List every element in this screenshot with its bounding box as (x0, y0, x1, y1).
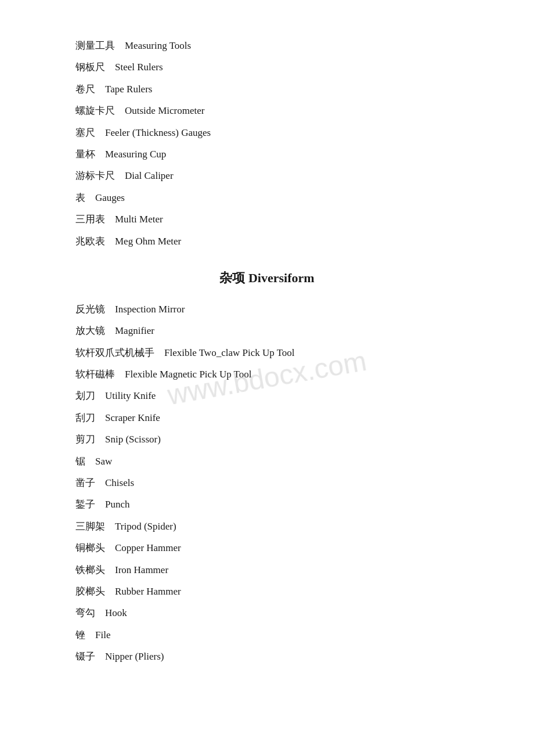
list-item: 量杯 Measuring Cup (75, 143, 459, 165)
measuring-tools-list: 测量工具 Measuring Tools钢板尺 Steel Rulers卷尺 T… (75, 35, 459, 252)
list-item: 测量工具 Measuring Tools (75, 35, 459, 56)
list-item: 塞尺 Feeler (Thickness) Gauges (75, 122, 459, 143)
list-item: 凿子 Chisels (75, 472, 459, 494)
list-item: 胶榔头 Rubber Hammer (75, 581, 459, 602)
list-item: 游标卡尺 Dial Caliper (75, 165, 459, 186)
list-item: 三用表 Multi Meter (75, 208, 459, 230)
list-item: 软杆双爪式机械手 Flexible Two_claw Pick Up Tool (75, 342, 459, 363)
list-item: 镊子 Nipper (Pliers) (75, 646, 459, 667)
list-item: 螺旋卡尺 Outside Micrometer (75, 100, 459, 121)
list-item: 卷尺 Tape Rulers (75, 78, 459, 100)
list-item: 铜榔头 Copper Hammer (75, 537, 459, 559)
list-item: 铁榔头 Iron Hammer (75, 559, 459, 581)
diversiform-heading: 杂项 Diversiform (75, 269, 459, 287)
list-item: 反光镜 Inspection Mirror (75, 298, 459, 320)
list-item: 弯勾 Hook (75, 602, 459, 624)
list-item: 锯 Saw (75, 451, 459, 472)
list-item: 表 Gauges (75, 187, 459, 208)
list-item: 錾子 Punch (75, 494, 459, 515)
list-item: 放大镜 Magnifier (75, 320, 459, 341)
list-item: 划刀 Utility Knife (75, 385, 459, 406)
diversiform-list: 反光镜 Inspection Mirror放大镜 Magnifier软杆双爪式机… (75, 298, 459, 668)
list-item: 软杆磁棒 Flexible Magnetic Pick Up Tool (75, 363, 459, 385)
list-item: 兆欧表 Meg Ohm Meter (75, 231, 459, 252)
list-item: 锉 File (75, 624, 459, 646)
list-item: 三脚架 Tripod (Spider) (75, 516, 459, 537)
list-item: 钢板尺 Steel Rulers (75, 56, 459, 78)
list-item: 剪刀 Snip (Scissor) (75, 429, 459, 450)
list-item: 刮刀 Scraper Knife (75, 407, 459, 429)
